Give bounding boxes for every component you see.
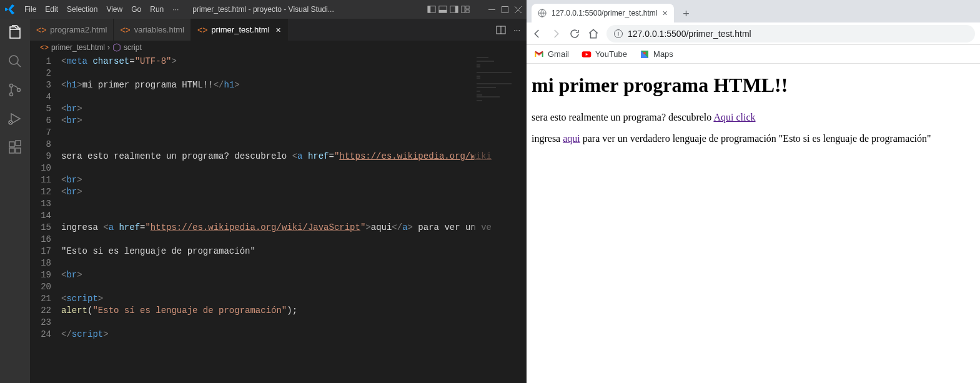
rendered-page: mi primer programa HTML!! sera esto real… bbox=[527, 64, 980, 383]
menu-edit[interactable]: Edit bbox=[41, 5, 62, 14]
source-control-icon[interactable] bbox=[7, 82, 22, 97]
close-tab-icon[interactable]: × bbox=[662, 8, 667, 18]
browser-tab[interactable]: 127.0.0.1:5500/primer_test.html × bbox=[532, 4, 674, 22]
titlebar: File Edit Selection View Go Run ··· prim… bbox=[0, 0, 527, 19]
tab-variables[interactable]: <> variables.html bbox=[114, 19, 191, 41]
svg-rect-9 bbox=[488, 9, 495, 10]
window-title: primer_test.html - proyecto - Visual Stu… bbox=[192, 5, 334, 14]
code-content[interactable]: <meta charset="UTF-8"><h1>mi primer prog… bbox=[61, 54, 527, 383]
close-icon[interactable] bbox=[515, 6, 522, 13]
split-editor-icon[interactable] bbox=[496, 25, 506, 35]
tab-programa2[interactable]: <> programa2.html bbox=[30, 19, 114, 41]
browser-tab-title: 127.0.0.1:5500/primer_test.html bbox=[552, 9, 657, 17]
svg-rect-8 bbox=[466, 10, 469, 12]
menu-file[interactable]: File bbox=[20, 5, 41, 14]
html-file-icon: <> bbox=[197, 25, 207, 35]
back-button[interactable] bbox=[532, 28, 543, 39]
bookmark-youtube[interactable]: YouTube bbox=[582, 49, 627, 59]
menu-selection[interactable]: Selection bbox=[62, 5, 102, 14]
activitybar bbox=[0, 19, 30, 383]
bookmarks-bar: Gmail YouTube Maps bbox=[527, 45, 980, 64]
layout-panel-icon[interactable] bbox=[438, 5, 447, 14]
html-file-icon: <> bbox=[120, 25, 130, 35]
svg-rect-7 bbox=[466, 6, 469, 9]
customize-layout-icon[interactable] bbox=[461, 5, 470, 14]
layout-primary-sidebar-icon[interactable] bbox=[427, 5, 436, 14]
globe-icon bbox=[538, 9, 547, 17]
html-file-icon: <> bbox=[36, 25, 46, 35]
svg-rect-5 bbox=[455, 6, 458, 13]
forward-button[interactable] bbox=[550, 28, 562, 39]
menu-go[interactable]: Go bbox=[127, 5, 146, 14]
url-input[interactable]: i 127.0.0.1:5500/primer_test.html bbox=[606, 25, 975, 42]
page-heading: mi primer programa HTML!! bbox=[532, 74, 975, 97]
maps-icon bbox=[640, 49, 650, 59]
maximize-icon[interactable] bbox=[502, 6, 508, 13]
extensions-icon[interactable] bbox=[7, 140, 22, 155]
menu-run[interactable]: Run bbox=[146, 5, 168, 14]
bookmark-label: Gmail bbox=[548, 49, 569, 59]
breadcrumb-file: primer_test.html bbox=[51, 43, 105, 52]
link-aqui[interactable]: aqui bbox=[563, 133, 580, 144]
line-numbers: 123456789101112131415161718192021222324 bbox=[30, 54, 61, 383]
html-file-icon: <> bbox=[40, 43, 49, 52]
svg-rect-17 bbox=[9, 148, 14, 153]
reload-button[interactable] bbox=[569, 28, 580, 39]
new-tab-button[interactable]: + bbox=[678, 5, 695, 22]
bookmark-gmail[interactable]: Gmail bbox=[534, 49, 569, 59]
svg-rect-18 bbox=[16, 148, 21, 153]
more-actions-icon[interactable]: ··· bbox=[513, 25, 520, 34]
browser-window: 127.0.0.1:5500/primer_test.html × + i 12… bbox=[527, 0, 980, 383]
minimize-icon[interactable] bbox=[488, 6, 495, 13]
bookmark-label: Maps bbox=[653, 49, 673, 59]
breadcrumbs[interactable]: <> primer_test.html › script bbox=[30, 41, 527, 54]
site-info-icon[interactable]: i bbox=[614, 29, 623, 38]
minimap[interactable] bbox=[474, 54, 518, 383]
svg-point-12 bbox=[10, 84, 13, 87]
breadcrumb-symbol: script bbox=[124, 43, 142, 52]
page-paragraph-2: ingresa aqui para ver un verdadero lengu… bbox=[532, 133, 975, 144]
close-tab-icon[interactable]: × bbox=[276, 25, 281, 35]
address-bar: i 127.0.0.1:5500/primer_test.html bbox=[527, 22, 980, 45]
bookmark-maps[interactable]: Maps bbox=[640, 49, 673, 59]
svg-point-14 bbox=[17, 89, 21, 92]
vscode-window: File Edit Selection View Go Run ··· prim… bbox=[0, 0, 527, 383]
svg-point-13 bbox=[10, 93, 13, 96]
tab-label: programa2.html bbox=[50, 25, 107, 34]
editor-area: <> programa2.html <> variables.html <> p… bbox=[30, 19, 527, 383]
menu-view[interactable]: View bbox=[102, 5, 127, 14]
chevron-right-icon: › bbox=[107, 43, 110, 52]
svg-rect-3 bbox=[439, 10, 447, 12]
svg-rect-16 bbox=[9, 142, 14, 147]
svg-point-11 bbox=[9, 56, 18, 64]
code-editor[interactable]: 123456789101112131415161718192021222324 … bbox=[30, 54, 527, 383]
symbol-icon bbox=[112, 43, 121, 52]
gmail-icon bbox=[534, 49, 544, 59]
layout-secondary-sidebar-icon[interactable] bbox=[450, 5, 458, 14]
url-text: 127.0.0.1:5500/primer_test.html bbox=[628, 29, 751, 39]
svg-rect-19 bbox=[16, 141, 21, 146]
search-icon[interactable] bbox=[7, 54, 22, 69]
svg-rect-1 bbox=[428, 6, 430, 13]
tab-label: primer_test.html bbox=[211, 25, 269, 34]
explorer-icon[interactable] bbox=[7, 25, 22, 40]
vscode-logo-icon bbox=[5, 4, 15, 14]
tab-primer-test[interactable]: <> primer_test.html × bbox=[191, 19, 288, 41]
svg-point-24 bbox=[643, 52, 646, 54]
youtube-icon bbox=[582, 49, 591, 59]
menu-more[interactable]: ··· bbox=[168, 5, 183, 14]
browser-tab-strip: 127.0.0.1:5500/primer_test.html × + bbox=[527, 0, 980, 22]
link-aqui-click[interactable]: Aqui click bbox=[713, 112, 755, 122]
run-debug-icon[interactable] bbox=[7, 111, 22, 126]
editor-tabs: <> programa2.html <> variables.html <> p… bbox=[30, 19, 527, 41]
svg-rect-10 bbox=[502, 6, 508, 12]
page-paragraph-1: sera esto realmente un programa? descubr… bbox=[532, 112, 975, 123]
tab-label: variables.html bbox=[134, 25, 184, 34]
svg-rect-6 bbox=[462, 6, 465, 13]
home-button[interactable] bbox=[588, 28, 599, 39]
bookmark-label: YouTube bbox=[595, 49, 627, 59]
